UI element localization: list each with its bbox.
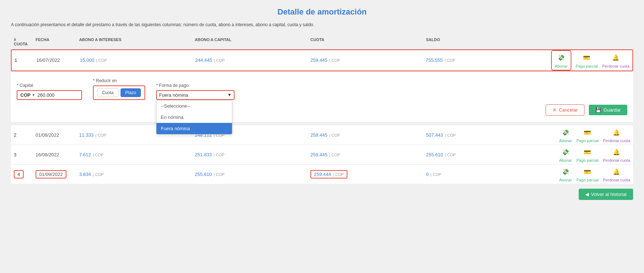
fecha: 16/08/2022 <box>36 152 59 157</box>
dropdown-option-fuera-nomina[interactable]: Fuera nómina <box>156 123 232 134</box>
perdonar-cuota-label: Perdonar cuota <box>603 158 630 162</box>
abonar-label: Abonar <box>559 138 572 143</box>
forma-pago-dropdown[interactable]: --Seleccione-- En nómina Fuera nómina <box>156 100 232 135</box>
abono-capital-amount: 251.833 | COP <box>195 152 225 157</box>
cuota-cell: 259.445 | COP <box>307 57 423 63</box>
currency-label: | COP <box>95 58 107 63</box>
cuota-cell: 259.445 | COP <box>307 152 423 157</box>
form-actions: ✕ Cancelar 💾 Guardar <box>17 104 627 116</box>
abono-intereses-cell: 7.612 | COP <box>76 152 192 157</box>
currency-label: | COP <box>444 58 456 63</box>
cancelar-label: Cancelar <box>559 107 578 113</box>
abonar-button[interactable]: 💸 Abonar <box>559 146 572 162</box>
cuota-num-cell: 4 <box>11 170 33 178</box>
abonar-icon: 💸 <box>560 127 571 138</box>
guardar-button[interactable]: 💾 Guardar <box>589 105 627 115</box>
cuota-cell: 259.444 | COP <box>307 170 423 178</box>
page-subtitle: A continuación presentamos el detalle de… <box>11 22 633 28</box>
chevron-down-icon: ▼ <box>32 93 35 97</box>
table-row: 3 16/08/2022 7.612 | COP 251.833 | COP 2… <box>11 145 633 165</box>
abonar-label: Abonar <box>559 178 572 182</box>
dropdown-option-seleccione[interactable]: --Seleccione-- <box>156 100 232 112</box>
abono-capital-cell: 244.445 | COP <box>192 57 308 63</box>
pago-parcial-button[interactable]: 💳 Pago parcial <box>576 146 599 162</box>
reducir-wrapper: Cuota Plazo <box>93 85 145 100</box>
forma-pago-select[interactable]: Fuera nómina ▼ <box>159 92 232 98</box>
abonar-button[interactable]: 💸 Abonar <box>559 166 572 182</box>
save-icon: 💾 <box>595 107 601 113</box>
cuota-num: 3 <box>14 152 16 157</box>
abonar-label: Abonar <box>559 158 572 162</box>
saldo-amount: 255.610 | COP <box>426 152 456 157</box>
pago-parcial-button[interactable]: 💳 Pago parcial <box>576 166 599 182</box>
action-buttons: 💸 Abonar 💳 Pago parcial 🔔 Perdonar cuota <box>539 127 633 143</box>
perdonar-icon: 🔔 <box>611 127 622 138</box>
fecha-cell: 01/08/2022 <box>33 132 76 138</box>
action-buttons: 💸 Abonar 💳 Pago parcial 🔔 Perdonar cuota <box>539 166 633 182</box>
footer-bar: ◀ Volver al historial <box>11 184 633 204</box>
cuota-num: 1 <box>15 57 17 63</box>
perdonar-cuota-button[interactable]: 🔔 Perdonar cuota <box>603 127 630 143</box>
saldo-cell: 0 | COP <box>423 172 539 177</box>
capital-value[interactable]: 260,000 <box>37 92 54 98</box>
cuota-cell: 259.445 | COP <box>307 132 423 138</box>
fecha-cell: 01/09/2022 <box>33 170 76 178</box>
fecha: 01/08/2022 <box>36 132 59 138</box>
abono-intereses-cell: 15.000 | COP <box>77 57 192 63</box>
abono-capital-cell: 255.610 | COP <box>192 172 308 177</box>
col-header-cuota: CUOTA <box>307 37 423 46</box>
saldo-cell: 255.610 | COP <box>423 152 539 157</box>
table-row: 1 16/07/2022 15.000 | COP 244.445 | COP … <box>11 49 633 71</box>
cuota-amount: 259.445 | COP <box>310 57 340 63</box>
abono-intereses-amount: 11.333 | COP <box>79 132 106 138</box>
abono-intereses-amount: 7.612 | COP <box>79 152 103 157</box>
pago-parcial-icon: 💳 <box>582 127 593 138</box>
toggle-plazo-button[interactable]: Plazo <box>121 88 141 97</box>
abono-capital-cell: 251.833 | COP <box>192 152 308 157</box>
volver-historial-button[interactable]: ◀ Volver al historial <box>579 189 633 200</box>
pago-parcial-icon: 💳 <box>582 166 593 177</box>
chevron-down-icon: ▼ <box>227 92 232 97</box>
table-row: 2 01/08/2022 11.333 | COP 248.112 | COP … <box>11 125 633 145</box>
saldo-amount: 507.443 | COP <box>426 132 456 138</box>
pago-parcial-button[interactable]: 💳 Pago parcial <box>576 127 599 143</box>
abono-intereses-amount: 15.000 | COP <box>80 57 107 63</box>
col-header-fecha: FECHA <box>33 37 76 46</box>
saldo-cell: 755.555 | COP <box>423 57 538 63</box>
forma-pago-wrapper[interactable]: Fuera nómina ▼ --Seleccione-- En nómina … <box>156 90 235 100</box>
forma-pago-value: Fuera nómina <box>159 92 188 98</box>
forma-pago-label: * Forma de pago <box>156 83 235 88</box>
separator <box>11 123 633 125</box>
perdonar-cuota-label: Perdonar cuota <box>602 64 629 68</box>
capital-field-group: * Capital COP ▼ 260,000 <box>17 83 82 100</box>
table-row: 4 01/09/2022 3.834 | COP 255.610 | COP 2… <box>11 165 633 184</box>
abonar-icon: 💸 <box>560 166 571 177</box>
perdonar-icon: 🔔 <box>611 166 622 177</box>
pago-parcial-button[interactable]: 💳 Pago parcial <box>576 52 598 68</box>
cuota-amount: 259.445 | COP <box>310 152 340 157</box>
reducir-label: * Reducir en <box>93 78 145 83</box>
perdonar-cuota-button[interactable]: 🔔 Perdonar cuota <box>602 52 629 68</box>
saldo-amount: 755.555 | COP <box>426 57 456 63</box>
cuota-num-cell: 1 <box>12 57 33 63</box>
cancel-icon: ✕ <box>553 107 557 113</box>
capital-input-wrapper[interactable]: COP ▼ 260,000 <box>17 90 82 100</box>
pago-parcial-icon: 💳 <box>582 146 593 157</box>
dropdown-option-nomina[interactable]: En nómina <box>156 112 232 123</box>
perdonar-cuota-button[interactable]: 🔔 Perdonar cuota <box>603 146 630 162</box>
capital-label: * Capital <box>17 83 82 88</box>
perdonar-cuota-button[interactable]: 🔔 Perdonar cuota <box>603 166 630 182</box>
toggle-cuota-button[interactable]: Cuota <box>97 88 118 97</box>
col-header-cuota: # CUOTA <box>11 37 33 46</box>
currency-label: | COP <box>328 58 340 63</box>
cuota-num: 2 <box>14 132 16 138</box>
abonar-button[interactable]: 💸 Abonar <box>559 127 572 143</box>
currency-selector[interactable]: COP ▼ <box>20 92 35 98</box>
abonar-button[interactable]: 💸 Abonar <box>551 50 571 71</box>
col-header-abono-capital: ABONO A CAPITAL <box>192 37 308 46</box>
back-icon: ◀ <box>585 192 589 197</box>
form-fields: * Capital COP ▼ 260,000 * Reducir en Cuo… <box>17 78 627 100</box>
cuota-amount: 259.444 | COP <box>310 170 347 178</box>
cancelar-button[interactable]: ✕ Cancelar <box>546 104 584 116</box>
pago-parcial-label: Pago parcial <box>576 138 599 143</box>
